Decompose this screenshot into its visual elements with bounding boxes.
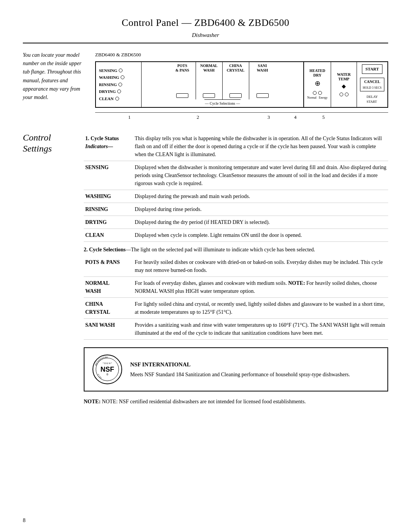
- cancel-button[interactable]: CANCELHOLD 3 SECS: [360, 78, 384, 91]
- drying-row: DRYING: [99, 88, 121, 95]
- intro-text: You can locate your model number on the …: [23, 51, 84, 102]
- page-header: Control Panel — ZBD6400 & ZBD6500 Dishwa…: [23, 15, 388, 43]
- rinsing-indicator: [118, 83, 122, 86]
- washing-indicator: [121, 75, 124, 79]
- washing-term: WASHING: [84, 190, 133, 203]
- normal-wash-row: NORMALWASH For loads of everyday dishes,…: [84, 277, 388, 298]
- nsf-text-block: NSF INTERNATIONAL Meets NSF Standard 184…: [130, 360, 380, 379]
- china-crystal-indicator: [229, 93, 242, 98]
- svg-text:* D E N *: * D E N *: [103, 362, 112, 364]
- nsf-box: NSF ® RESIDENTIAL * D E N * T I A L N: [84, 347, 388, 391]
- note-text: NOTE: NOTE: NSF certified residential di…: [84, 398, 388, 406]
- pots-pans-btn[interactable]: POTS& PANS: [169, 62, 196, 99]
- clean-row: CLEAN: [99, 96, 119, 102]
- normal-wash-def: For loads of everyday dishes, glasses an…: [133, 277, 388, 298]
- nsf-logo-svg: NSF ® RESIDENTIAL * D E N * T I A L: [92, 354, 123, 385]
- washing-row-table: WASHING Displayed during the prewash and…: [84, 190, 388, 203]
- heated-normal-circle: [313, 91, 317, 95]
- water-temp-controls: [339, 93, 349, 96]
- sensing-def: Displayed when the dishwasher is monitor…: [133, 161, 388, 190]
- pots-pans-indicator: [176, 93, 188, 98]
- sensing-label: SENSING: [99, 67, 117, 74]
- china-crystal-row: CHINACRYSTAL For lightly soiled china an…: [84, 298, 388, 319]
- sani-wash-term: SANI WASH: [84, 319, 133, 340]
- nsf-title: NSF INTERNATIONAL: [130, 360, 380, 369]
- cycle-status-def: This display tells you what is happening…: [133, 132, 388, 161]
- sensing-row-table: SENSING Displayed when the dishwasher is…: [84, 161, 388, 190]
- start-button[interactable]: START: [362, 64, 382, 74]
- rinsing-row: RINSING: [99, 81, 122, 88]
- china-crystal-term: CHINACRYSTAL: [84, 298, 133, 319]
- washing-row: WASHING: [99, 74, 124, 81]
- cycle-selections-table: POTS & PANS For heavily soiled dishes or…: [84, 256, 388, 340]
- cycle-status-row: 1. Cycle Status Indicators— This display…: [84, 132, 388, 161]
- cycles-bottom-label: — Cycle Selections —: [204, 99, 241, 107]
- delay-start-label: DELAYSTART: [366, 94, 378, 105]
- rinsing-row-table: RINSING Displayed during rinse periods.: [84, 203, 388, 216]
- clean-term: CLEAN: [84, 229, 133, 242]
- section-num-5: 5: [308, 113, 339, 122]
- sani-wash-row: SANI WASH Provides a sanitizing wash and…: [84, 319, 388, 340]
- pots-pans-row: POTS & PANS For heavily soiled dishes or…: [84, 256, 388, 277]
- heated-energy-circle: [318, 91, 322, 95]
- cycle-status-table: 1. Cycle Status Indicators— This display…: [84, 132, 388, 242]
- svg-text:RESIDENTIAL: RESIDENTIAL: [95, 356, 108, 366]
- panel-diagram: SENSING WASHING RINSING DRYING CLEAN: [95, 61, 388, 108]
- section-num-2: 2: [141, 113, 255, 122]
- normal-wash-btn[interactable]: NORMALWASH: [196, 62, 223, 99]
- china-crystal-def: For lightly soiled china and crystal, or…: [133, 298, 388, 319]
- heated-dry-icon: ⊕: [315, 78, 320, 89]
- normal-wash-indicator: [203, 93, 215, 98]
- rinsing-term: RINSING: [84, 203, 133, 216]
- page-subtitle: Dishwasher: [23, 31, 388, 40]
- drying-label: DRYING: [99, 88, 116, 95]
- clean-indicator: [115, 97, 119, 101]
- china-crystal-btn[interactable]: CHINACRYSTAL: [223, 62, 249, 99]
- water-temp-circle1: [339, 93, 343, 96]
- clean-row-table: CLEAN Displayed when cycle is complete. …: [84, 229, 388, 242]
- page-number: 8: [23, 516, 25, 524]
- control-settings-section: ControlSettings 1. Cycle Status Indicato…: [23, 132, 388, 406]
- sensing-term: SENSING: [84, 161, 133, 190]
- nsf-body: Meets NSF Standard 184 Sanitization and …: [130, 371, 380, 379]
- drying-term: DRYING: [84, 216, 133, 229]
- control-settings-title: ControlSettings: [23, 132, 76, 154]
- water-temp-section: WATERTEMP ◆: [331, 62, 357, 107]
- cycle-status-section: SENSING WASHING RINSING DRYING CLEAN: [96, 62, 142, 107]
- rinsing-label: RINSING: [99, 81, 117, 88]
- section-num-3: 3: [255, 113, 282, 122]
- rinsing-def: Displayed during rinse periods.: [133, 203, 388, 216]
- cycle-status-term: 1. Cycle Status Indicators—: [84, 132, 133, 161]
- drying-indicator: [117, 89, 121, 93]
- cycle-selections-intro: 2. Cycle Selections—The light on the sel…: [84, 246, 388, 254]
- cycle-selections-section: POTS& PANS NORMALWASH CHINACRYSTAL SANIW…: [142, 62, 304, 107]
- heated-dry-section: HEATEDDRY ⊕ Normal Energy: [304, 62, 331, 107]
- clean-def: Displayed when cycle is complete. Light …: [133, 229, 388, 242]
- svg-text:T I A L: T I A L: [97, 374, 103, 380]
- drying-row-table: DRYING Displayed during the dry period (…: [84, 216, 388, 229]
- sensing-indicator: [119, 69, 123, 72]
- water-temp-dial: ◆: [342, 82, 346, 90]
- sani-wash-indicator: [256, 93, 269, 98]
- water-temp-circle2: [345, 93, 349, 96]
- section-num-1: 1: [95, 113, 141, 122]
- settings-content: 1. Cycle Status Indicators— This display…: [84, 132, 388, 406]
- right-column: ZBD6400 & ZBD6500 SENSING WASHING RINSIN…: [95, 51, 388, 122]
- left-column: You can locate your model number on the …: [23, 51, 84, 122]
- washing-label: WASHING: [99, 74, 119, 81]
- cycles-top: POTS& PANS NORMALWASH CHINACRYSTAL SANIW…: [169, 62, 276, 99]
- clean-label: CLEAN: [99, 96, 114, 102]
- main-layout: You can locate your model number on the …: [23, 51, 388, 122]
- sani-wash-btn[interactable]: SANIWASH: [249, 62, 276, 99]
- pots-pans-term: POTS & PANS: [84, 256, 133, 277]
- normal-wash-term: NORMALWASH: [84, 277, 133, 298]
- heated-dry-labels: Normal Energy: [307, 96, 327, 100]
- svg-text:®: ®: [106, 373, 108, 376]
- header-rule: [23, 43, 388, 43]
- page-title: Control Panel — ZBD6400 & ZBD6500: [23, 15, 388, 30]
- pots-pans-def: For heavily soiled dishes or cookware wi…: [133, 256, 388, 277]
- heated-dry-controls: [313, 91, 322, 95]
- section-numbers: 1 2 3 4 5: [95, 112, 388, 122]
- sani-wash-def: Provides a sanitizing wash and rinse wit…: [133, 319, 388, 340]
- model-label: ZBD6400 & ZBD6500: [95, 51, 388, 59]
